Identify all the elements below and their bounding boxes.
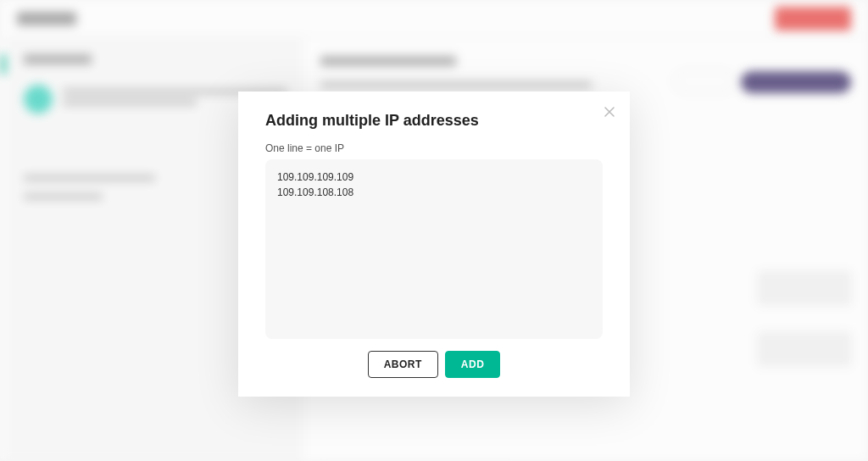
add-button[interactable]: ADD bbox=[445, 351, 501, 378]
close-icon[interactable] bbox=[599, 102, 620, 122]
modal-title: Adding multiple IP addresses bbox=[265, 112, 603, 130]
modal-hint: One line = one IP bbox=[265, 142, 603, 154]
ip-addresses-textarea[interactable] bbox=[265, 159, 603, 339]
add-ip-modal: Adding multiple IP addresses One line = … bbox=[238, 92, 630, 397]
abort-button[interactable]: ABORT bbox=[368, 351, 438, 378]
modal-actions: ABORT ADD bbox=[265, 351, 603, 378]
